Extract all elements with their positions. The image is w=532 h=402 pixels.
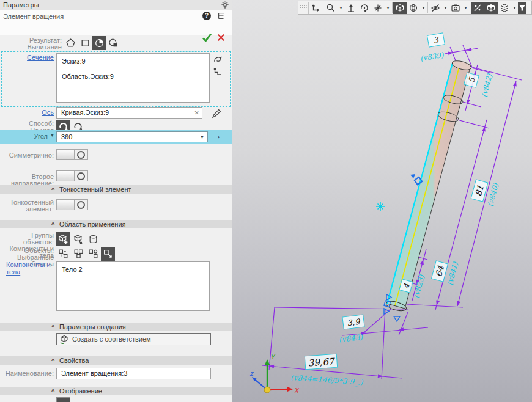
axis-value: Кривая.Эскиз:9 xyxy=(57,109,109,116)
angle-param-caret-icon[interactable]: ▼ xyxy=(50,133,54,137)
cancel-icon[interactable] xyxy=(216,33,226,42)
command-header: Элемент вращения ? xyxy=(0,10,232,35)
section-link[interactable]: Сечение xyxy=(18,54,54,61)
dim-var-label: (v842) xyxy=(479,72,494,98)
toolbar-drag-handle[interactable] xyxy=(298,2,309,14)
create-sketch-icon[interactable] xyxy=(211,65,224,78)
section-list[interactable]: Эскиз:9 Область.Эскиз:9 xyxy=(56,53,210,103)
layers-icon[interactable] xyxy=(498,2,511,14)
parameters-panel: Параметры Элемент вращения ? Р xyxy=(0,0,232,402)
clip-solid-icon[interactable] xyxy=(484,2,498,14)
properties-header[interactable]: ^ Свойства xyxy=(0,356,232,365)
dim-top-diameter[interactable]: 3 xyxy=(427,33,445,47)
section-view-icon[interactable] xyxy=(471,2,484,14)
objects-components-button[interactable] xyxy=(72,247,86,261)
components-bodies-link[interactable]: Компоненты и тела xyxy=(6,261,57,276)
display-mode-wireframe-icon[interactable] xyxy=(407,2,420,14)
pan-icon[interactable] xyxy=(344,2,358,14)
axis-label-y: Y xyxy=(271,354,276,360)
result-new-body-button[interactable] xyxy=(64,36,78,50)
objects-selected-button[interactable] xyxy=(101,247,115,261)
create-with-match-button[interactable]: Создать с соответствием xyxy=(56,333,211,345)
dim-offset-small[interactable]: 3,9 xyxy=(342,315,364,329)
svg-text:39,67: 39,67 xyxy=(308,356,336,368)
help-icon[interactable]: ? xyxy=(202,12,211,20)
axis-label-z: Z xyxy=(249,371,254,377)
thin-wall-label: Тонкостенный элемент: xyxy=(0,199,54,213)
result-union-button[interactable] xyxy=(78,36,92,50)
create-with-match-label: Создать с соответствием xyxy=(72,335,151,343)
dim-neck-length[interactable]: 5 xyxy=(464,73,479,87)
layers-dropdown-icon[interactable]: ▾ xyxy=(511,5,518,10)
origin-point xyxy=(264,387,270,393)
dim-var-label: (v840) xyxy=(486,181,500,208)
second-direction-toggle[interactable] xyxy=(56,170,88,181)
image-capture-dropdown-icon[interactable]: ▾ xyxy=(462,5,469,10)
draw-axis-icon[interactable] xyxy=(210,106,224,120)
name-value: Элемент вращения:3 xyxy=(57,370,127,377)
filter-icon[interactable] xyxy=(518,2,526,14)
dim-taper-length[interactable]: 4 xyxy=(399,279,413,293)
coordinate-system-icon[interactable] xyxy=(309,2,322,14)
dim-var-label: (v839) xyxy=(419,51,445,64)
name-field[interactable]: Элемент вращения:3 xyxy=(56,368,211,379)
view-toolbar: ▾ ▾ xyxy=(298,1,532,15)
dim-var-label: (v844=146/9*3-9_.) xyxy=(290,373,364,387)
axis-field[interactable]: Кривая.Эскиз:9 ✕ xyxy=(56,107,202,119)
display-mode-dropdown-icon[interactable]: ▾ xyxy=(420,5,427,10)
dimension-arrowheads xyxy=(269,48,517,378)
direction-arrow-icon[interactable]: → xyxy=(213,131,221,141)
panel-title: Параметры xyxy=(0,1,39,9)
match-cube-icon xyxy=(59,334,69,344)
image-capture-icon[interactable] xyxy=(449,2,462,14)
group-bodies-button[interactable] xyxy=(86,232,100,246)
list-item[interactable]: Тело 2 xyxy=(57,262,209,277)
zoom-dropdown-icon[interactable]: ▾ xyxy=(338,5,344,10)
model-canvas[interactable]: 3 (v839) 5 (v842) 81 (v840) 64 (v841) 4 … xyxy=(232,0,532,402)
objects-all-button[interactable] xyxy=(56,247,70,261)
clear-icon[interactable]: ✕ xyxy=(194,108,199,118)
axis-link[interactable]: Ось xyxy=(35,109,54,116)
thin-wall-header[interactable]: ^ Тонкостенный элемент xyxy=(0,185,232,194)
axis-label-x: X xyxy=(294,387,299,394)
name-label: Наименование: xyxy=(0,370,54,377)
accept-icon[interactable] xyxy=(202,32,212,43)
symmetric-label: Симметрично: xyxy=(0,152,54,159)
viewport-3d[interactable]: 3 (v839) 5 (v842) 81 (v840) 64 (v841) 4 … xyxy=(232,0,532,402)
zoom-icon[interactable] xyxy=(324,2,338,14)
angle-value: 360 xyxy=(57,133,72,141)
result-subtract-button[interactable] xyxy=(92,36,106,50)
objects-bodies-button[interactable] xyxy=(86,247,100,261)
command-name: Элемент вращения xyxy=(3,13,64,20)
components-list[interactable]: Тело 2 xyxy=(56,261,210,311)
hide-objects-dropdown-icon[interactable]: ▾ xyxy=(442,5,449,10)
gear-icon[interactable] xyxy=(221,1,229,9)
scope-header[interactable]: ^ Область применения xyxy=(0,220,232,228)
display-mode-shaded-icon[interactable] xyxy=(393,2,407,14)
options-tree-icon[interactable] xyxy=(217,12,226,20)
symmetric-toggle[interactable] xyxy=(56,149,88,160)
dim-offset-large[interactable]: 39,67 xyxy=(305,354,337,370)
dim-var-label: (v823) xyxy=(412,273,426,299)
list-item[interactable]: Область.Эскиз:9 xyxy=(57,69,209,84)
orientation-icon[interactable] xyxy=(371,2,385,14)
dim-var-label: (v843) xyxy=(338,333,364,345)
angle-combo[interactable]: 360 ▼ xyxy=(56,131,208,142)
collect-contour-icon[interactable] xyxy=(211,53,224,65)
group-components-button[interactable] xyxy=(72,232,86,246)
result-intersect-button[interactable] xyxy=(106,36,120,50)
dim-mid-length[interactable]: 64 xyxy=(431,261,448,282)
orientation-dropdown-icon[interactable]: ▾ xyxy=(385,5,391,10)
thin-wall-toggle[interactable] xyxy=(56,199,88,210)
hide-objects-icon[interactable] xyxy=(429,2,442,14)
rotate-view-icon[interactable] xyxy=(358,2,371,14)
display-header[interactable]: ^ Отображение xyxy=(0,387,232,395)
group-components-bodies-button[interactable] xyxy=(56,232,70,246)
svg-text:3,9: 3,9 xyxy=(347,317,361,328)
creation-header[interactable]: ^ Параметры создания xyxy=(0,323,232,331)
result-label: Результат: Вычитание xyxy=(0,37,62,51)
display-option-button-partial[interactable] xyxy=(56,397,70,402)
list-item[interactable]: Эскиз:9 xyxy=(57,54,209,69)
shaft-body[interactable] xyxy=(385,59,472,313)
combo-caret-icon[interactable]: ▼ xyxy=(200,133,204,142)
